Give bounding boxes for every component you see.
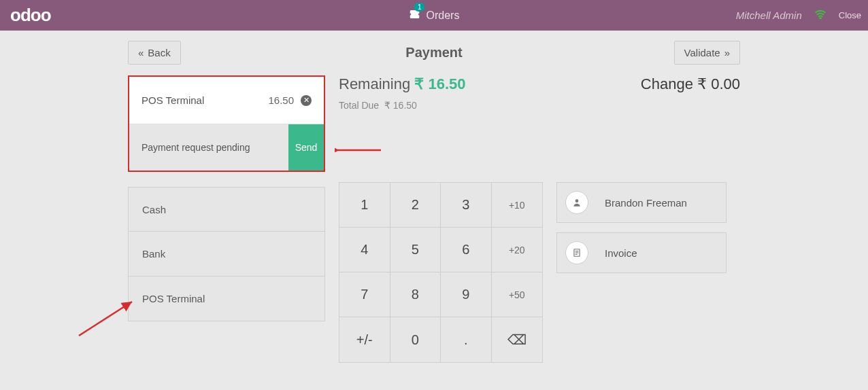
payment-line[interactable]: POS Terminal 16.50 ✕	[129, 77, 324, 124]
remaining-value: ₹ 16.50	[414, 75, 465, 92]
change-value: ₹ 0.00	[697, 75, 740, 92]
orders-count-badge: 1	[414, 3, 425, 12]
total-due-value: ₹ 16.50	[384, 100, 417, 111]
validate-label: Validate	[684, 47, 720, 58]
back-button[interactable]: « Back	[128, 41, 181, 65]
orders-label: Orders	[427, 10, 460, 22]
change: Change ₹ 0.00	[641, 75, 740, 93]
invoice-icon	[565, 241, 588, 264]
payment-line-amount: 16.50	[268, 94, 294, 106]
username[interactable]: Mitchell Admin	[736, 10, 802, 21]
payment-method-bank[interactable]: Bank	[128, 232, 325, 277]
key-plus50[interactable]: +50	[492, 272, 543, 317]
key-8[interactable]: 8	[390, 272, 441, 317]
key-1[interactable]: 1	[339, 183, 390, 228]
change-label: Change	[641, 75, 693, 92]
total-due: Total Due ₹ 16.50	[339, 100, 740, 111]
payment-methods: Cash Bank POS Terminal	[128, 187, 325, 321]
svg-point-0	[820, 18, 821, 19]
user-icon	[565, 191, 588, 214]
invoice-button[interactable]: Invoice	[556, 232, 727, 273]
key-plus20[interactable]: +20	[492, 228, 543, 272]
logo: odoo	[0, 5, 61, 26]
pending-message: Payment request pending	[129, 124, 288, 171]
svg-point-1	[575, 199, 579, 202]
key-backspace[interactable]: ⌫	[492, 317, 543, 362]
key-7[interactable]: 7	[339, 272, 390, 317]
key-5[interactable]: 5	[390, 228, 441, 272]
chevron-left-icon: «	[138, 47, 144, 58]
close-button[interactable]: Close	[839, 10, 861, 20]
topbar: odoo 1 Orders Mitchell Admin Close	[0, 0, 868, 31]
key-plus10[interactable]: +10	[492, 183, 543, 228]
key-6[interactable]: 6	[441, 228, 492, 272]
payment-method-pos-terminal[interactable]: POS Terminal	[128, 277, 325, 321]
remaining: Remaining ₹ 16.50	[339, 75, 465, 93]
key-2[interactable]: 2	[390, 183, 441, 228]
key-4[interactable]: 4	[339, 228, 390, 272]
remaining-label: Remaining	[339, 75, 410, 92]
key-9[interactable]: 9	[441, 272, 492, 317]
key-sign[interactable]: +/-	[339, 317, 390, 362]
customer-name: Brandon Freeman	[605, 197, 687, 209]
back-label: Back	[148, 47, 170, 58]
chevron-right-icon: »	[724, 47, 730, 58]
orders-button[interactable]: 1 Orders	[409, 8, 460, 23]
active-payment-box: POS Terminal 16.50 ✕ Payment request pen…	[128, 75, 325, 172]
send-button[interactable]: Send	[288, 124, 324, 171]
key-dot[interactable]: .	[441, 317, 492, 362]
svg-line-7	[79, 302, 132, 336]
ticket-icon: 1	[409, 8, 421, 23]
total-due-label: Total Due	[339, 100, 379, 111]
wifi-icon	[814, 10, 827, 22]
invoice-label: Invoice	[605, 247, 637, 259]
key-0[interactable]: 0	[390, 317, 441, 362]
keypad: 1 2 3 +10 4 5 6 +20 7 8 9 +50 +/- 0 . ⌫	[339, 182, 543, 363]
validate-button[interactable]: Validate »	[674, 41, 740, 65]
page-title: Payment	[405, 45, 462, 60]
remove-line-icon[interactable]: ✕	[301, 95, 312, 106]
key-3[interactable]: 3	[441, 183, 492, 228]
customer-button[interactable]: Brandon Freeman	[556, 182, 727, 223]
payment-method-cash[interactable]: Cash	[128, 187, 325, 232]
payment-line-method: POS Terminal	[141, 94, 204, 106]
